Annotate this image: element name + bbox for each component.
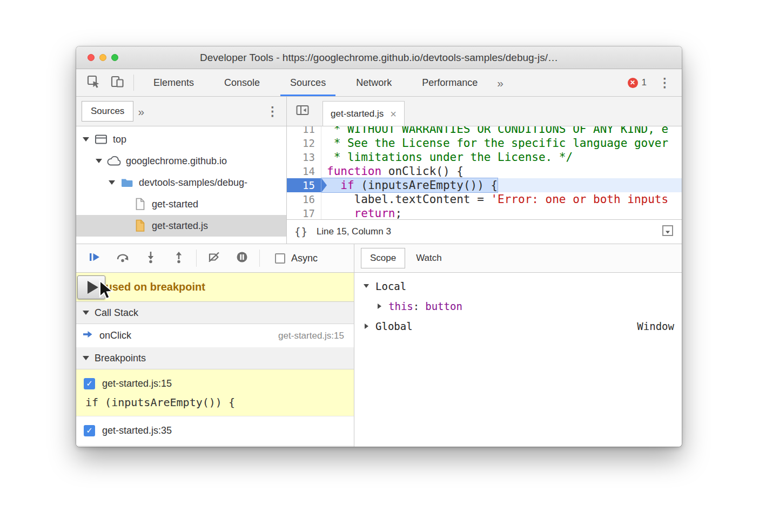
scope-entry-global[interactable]: GlobalWindow (354, 316, 682, 336)
collapsed-triangle-icon (365, 324, 368, 329)
expanded-triangle-icon (364, 284, 369, 288)
frame-location[interactable]: get-started.js:15 (278, 331, 344, 341)
code-text[interactable]: * See the License for the specific langu… (321, 136, 668, 150)
main-menu-button[interactable]: ⋮ (656, 77, 673, 89)
breakpoints-header[interactable]: Breakpoints (76, 347, 354, 369)
breakpoints-list: ✓get-started.js:15if (inputsAreEmpty()) … (76, 369, 354, 446)
file-icon (132, 198, 147, 211)
close-window-button[interactable] (88, 54, 95, 61)
collapsed-triangle-icon (378, 304, 381, 309)
code-token (327, 207, 354, 219)
current-frame-arrow-icon (83, 330, 93, 341)
inspect-cursor-icon (86, 75, 100, 91)
tree-item-label: get-started (152, 199, 198, 210)
step-out-button[interactable] (165, 246, 193, 270)
code-token: * WITHOUT WARRANTIES OR CONDITIONS OF AN… (327, 126, 668, 136)
expanded-triangle-icon (96, 159, 102, 163)
tree-item-get-started[interactable]: get-started (76, 193, 286, 215)
tab-console[interactable]: Console (209, 69, 275, 96)
console-error-indicator[interactable]: ✕ 1 (628, 77, 647, 88)
line-number-13[interactable]: 13 (287, 150, 321, 164)
tab-scope[interactable]: Scope (361, 248, 405, 268)
call-stack-header[interactable]: Call Stack (76, 302, 354, 324)
more-navigator-tabs-button[interactable]: » (133, 106, 149, 117)
scope-entry-this[interactable]: this:button (354, 296, 682, 316)
editor-tab-label: get-started.js (331, 109, 384, 119)
code-text[interactable]: label.textContent = 'Error: one or both … (321, 192, 668, 206)
tab-network[interactable]: Network (341, 69, 407, 96)
disclosure-triangle[interactable] (362, 324, 371, 329)
code-text[interactable]: * WITHOUT WARRANTIES OR CONDITIONS OF AN… (321, 126, 668, 136)
zoom-window-button[interactable] (111, 54, 118, 61)
line-number-16[interactable]: 16 (287, 192, 321, 206)
tree-item-devtools-samples-debug[interactable]: devtools-samples/debug- (76, 172, 286, 193)
paused-message-bar: Paused on breakpoint (76, 273, 354, 302)
deactivate-breakpoints-button[interactable] (200, 246, 228, 270)
navigator-header: Sources » ⋮ (76, 97, 286, 126)
call-stack-frame-onclick[interactable]: onClickget-started.js:15 (76, 324, 354, 347)
tree-item-top[interactable]: top (76, 129, 286, 150)
disclosure-triangle[interactable] (375, 304, 384, 309)
disclosure-triangle[interactable] (362, 284, 371, 288)
code-line-12: 12 * See the License for the specific la… (287, 136, 682, 150)
line-number-14[interactable]: 14 (287, 164, 321, 178)
code-text[interactable]: function onClick() { (321, 164, 464, 178)
navigator-menu-button[interactable]: ⋮ (264, 105, 281, 118)
toolbar-right: ✕ 1 ⋮ (628, 77, 682, 89)
minimize-window-button[interactable] (99, 54, 106, 61)
code-editor[interactable]: 11 * WITHOUT WARRANTIES OR CONDITIONS OF… (287, 126, 682, 219)
main-toolbar: ElementsConsoleSourcesNetworkPerformance… (76, 69, 682, 97)
editor-tab-get-started-js[interactable]: get-started.js × (323, 101, 405, 126)
call-stack-list: onClickget-started.js:15 (76, 324, 354, 347)
tab-performance[interactable]: Performance (407, 69, 493, 96)
tab-sources[interactable]: Sources (275, 69, 341, 96)
window-title: Developer Tools - https://googlechrome.g… (76, 52, 682, 64)
pause-on-exceptions-icon (236, 251, 248, 266)
code-text[interactable]: if (inputsAreEmpty()) { (321, 178, 498, 192)
step-into-button[interactable] (137, 246, 165, 270)
step-into-icon (145, 251, 157, 266)
code-token: 'Error: one or both inputs (491, 193, 668, 206)
line-number-11[interactable]: 11 (287, 126, 321, 136)
line-number-15[interactable]: 15 (287, 178, 321, 192)
tab-watch[interactable]: Watch (413, 248, 445, 268)
async-checkbox[interactable] (275, 253, 285, 264)
titlebar: Developer Tools - https://googlechrome.g… (76, 46, 682, 69)
inspect-element-button[interactable] (82, 71, 105, 94)
pause-on-exceptions-button[interactable] (228, 246, 256, 270)
disclosure-triangle[interactable] (108, 180, 116, 185)
device-toolbar-button[interactable] (105, 71, 129, 94)
tree-item-get-started-js[interactable]: get-started.js (76, 215, 286, 237)
disclosure-triangle[interactable] (95, 159, 103, 163)
editor-options-icon (661, 224, 674, 240)
pretty-print-button[interactable]: {} (294, 226, 308, 238)
tab-sources-navigator[interactable]: Sources (82, 101, 133, 122)
tree-item-googlechrome-github-io[interactable]: googlechrome.github.io (76, 150, 286, 172)
tab-elements[interactable]: Elements (138, 69, 209, 96)
breakpoint-checkbox[interactable]: ✓ (84, 425, 95, 436)
scope-entry-name: Local (375, 280, 406, 292)
breakpoint-item-get-started-js-15: ✓get-started.js:15if (inputsAreEmpty()) … (76, 369, 354, 416)
resume-button[interactable] (80, 246, 109, 270)
deactivate-breakpoints-icon (207, 251, 220, 265)
code-text[interactable]: return; (321, 206, 402, 219)
step-over-button[interactable] (109, 246, 137, 270)
debugger-sidebar: Async Paused on breakpoint Call Stack on… (76, 244, 682, 447)
line-number-17[interactable]: 17 (287, 206, 321, 219)
code-text[interactable]: * limitations under the License. */ (321, 150, 573, 164)
scope-entry-local[interactable]: Local (354, 276, 682, 296)
breakpoint-checkbox[interactable]: ✓ (84, 378, 95, 389)
toggle-navigator-button[interactable] (290, 100, 315, 122)
step-over-icon (116, 251, 130, 265)
line-number-12[interactable]: 12 (287, 136, 321, 150)
scope-tree: Localthis:buttonGlobalWindow (354, 273, 682, 336)
disclosure-triangle[interactable] (82, 137, 90, 142)
editor-options-button[interactable] (661, 224, 674, 240)
close-tab-icon[interactable]: × (390, 109, 397, 119)
breakpoint-row: ✓get-started.js:35 (84, 421, 346, 440)
more-panels-button[interactable]: » (493, 77, 508, 89)
expanded-triangle-icon (83, 137, 89, 142)
scope-entry-value: button (425, 300, 462, 312)
file-js-icon (132, 219, 147, 232)
scope-pane: Scope Watch Localthis:buttonGlobalWindow (354, 244, 682, 447)
